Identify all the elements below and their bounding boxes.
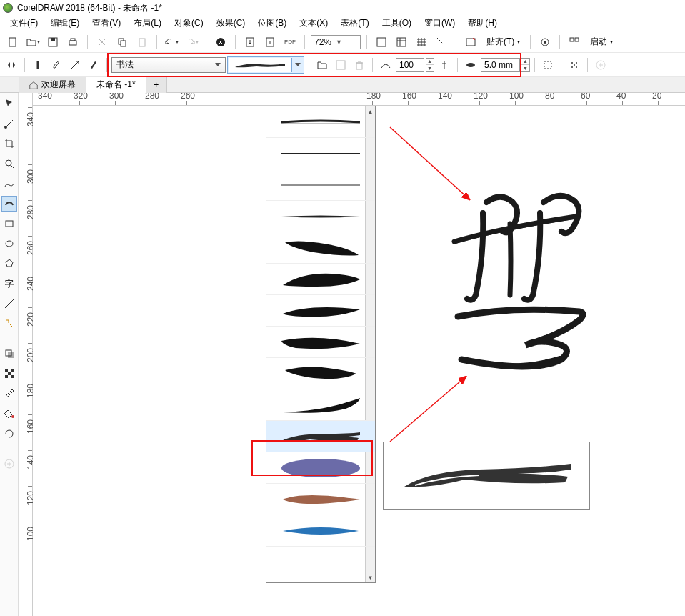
tab-welcome[interactable]: 欢迎屏幕 xyxy=(19,77,86,93)
copy-icon[interactable] xyxy=(114,34,131,51)
menu-window[interactable]: 窗口(W) xyxy=(419,16,461,31)
svg-point-29 xyxy=(6,160,11,166)
menu-text[interactable]: 文本(X) xyxy=(294,16,334,31)
zoom-combo[interactable]: 72%▼ xyxy=(311,35,361,49)
crop-tool-icon[interactable] xyxy=(1,136,17,151)
pick-tool-icon[interactable] xyxy=(1,96,17,111)
menu-object[interactable]: 对象(C) xyxy=(169,16,209,31)
polygon-tool-icon[interactable] xyxy=(1,256,17,272)
window-title: CorelDRAW 2018 (64-Bit) - 未命名 -1* xyxy=(17,2,162,14)
svg-rect-6 xyxy=(121,41,126,46)
menu-help[interactable]: 帮助(H) xyxy=(462,16,503,31)
brush-item[interactable] xyxy=(266,358,375,389)
connector-tool-icon[interactable] xyxy=(1,316,17,332)
search-content-icon[interactable] xyxy=(212,34,229,51)
quick-customize-icon[interactable] xyxy=(1,456,17,472)
brush-item[interactable] xyxy=(266,484,375,515)
scale-stroke-icon[interactable] xyxy=(566,56,583,74)
smoothing-input[interactable]: 100 xyxy=(396,58,424,72)
fill-tool-icon[interactable] xyxy=(1,406,17,422)
show-grid-icon[interactable] xyxy=(413,34,430,51)
shape-tool-icon[interactable] xyxy=(1,116,17,131)
smoothing-slider-icon[interactable] xyxy=(436,56,453,74)
brush-item[interactable] xyxy=(266,169,375,201)
bounding-box-icon[interactable] xyxy=(539,56,556,74)
sprayer-icon[interactable] xyxy=(66,56,84,74)
rectangle-tool-icon[interactable] xyxy=(1,216,17,232)
browse-icon[interactable] xyxy=(314,56,331,74)
smoothing-icon[interactable] xyxy=(377,56,394,74)
drawing-canvas[interactable]: ▲▼ xyxy=(33,106,685,616)
brush-item[interactable] xyxy=(266,232,375,264)
print-icon[interactable] xyxy=(64,34,81,51)
publish-pdf-icon[interactable]: PDF xyxy=(281,34,299,51)
tab-document[interactable]: 未命名 -1* xyxy=(86,77,146,93)
parallel-dim-tool-icon[interactable] xyxy=(1,296,17,312)
svg-point-25 xyxy=(576,66,577,68)
brush-item[interactable] xyxy=(266,201,375,232)
svg-rect-19 xyxy=(356,63,362,69)
transparency-tool-icon[interactable] xyxy=(1,366,17,382)
annotation-arrow-2 xyxy=(383,370,476,449)
menu-table[interactable]: 表格(T) xyxy=(335,16,374,31)
stroke-width-input[interactable]: 5.0 mm xyxy=(481,58,520,72)
toolbox: 字 xyxy=(0,93,19,616)
smoothing-spinner[interactable]: ▲▼ xyxy=(426,58,434,72)
smart-fill-tool-icon[interactable] xyxy=(1,426,17,442)
menu-tools[interactable]: 工具(O) xyxy=(376,16,417,31)
menu-layout[interactable]: 布局(L) xyxy=(128,16,167,31)
save-brush-icon xyxy=(332,56,349,74)
export-icon[interactable] xyxy=(261,34,279,51)
brush-icon[interactable] xyxy=(48,56,65,74)
horizontal-ruler: 34032030028026018016014012010080604020 xyxy=(33,93,685,106)
brush-item[interactable] xyxy=(266,515,375,547)
artistic-media-tool-icon[interactable] xyxy=(1,196,17,212)
brush-item[interactable] xyxy=(266,264,375,295)
menu-bitmap[interactable]: 位图(B) xyxy=(252,16,292,31)
width-icon[interactable] xyxy=(462,56,479,74)
svg-rect-21 xyxy=(544,61,551,69)
zoom-tool-icon[interactable] xyxy=(1,156,17,172)
brush-item[interactable] xyxy=(266,389,375,421)
menu-file[interactable]: 文件(F) xyxy=(4,16,44,31)
brush-item[interactable] xyxy=(266,452,375,484)
brush-item[interactable] xyxy=(266,138,375,169)
brush-stroke-combo[interactable] xyxy=(227,56,304,74)
brush-item-selected[interactable] xyxy=(266,421,375,452)
calligraphic-icon[interactable] xyxy=(85,56,102,74)
brush-item[interactable] xyxy=(266,327,375,358)
snap-to-button[interactable]: 贴齐(T)▾ xyxy=(482,34,524,51)
menu-view[interactable]: 查看(V) xyxy=(86,16,126,31)
brush-category-combo[interactable]: 书法 xyxy=(111,57,226,73)
brush-item[interactable] xyxy=(266,295,375,327)
save-icon[interactable] xyxy=(44,34,61,51)
undo-icon[interactable]: ▾ xyxy=(163,34,180,51)
options-icon[interactable] xyxy=(536,34,554,51)
text-tool-icon[interactable]: 字 xyxy=(1,276,17,292)
svg-point-23 xyxy=(576,62,577,64)
ellipse-tool-icon[interactable] xyxy=(1,236,17,252)
drop-shadow-tool-icon[interactable] xyxy=(1,346,17,362)
new-icon[interactable] xyxy=(4,34,21,51)
tab-add[interactable]: + xyxy=(146,77,167,93)
mirror-h-icon[interactable] xyxy=(3,56,20,74)
show-guides-icon[interactable] xyxy=(433,34,450,51)
brush-item[interactable] xyxy=(266,106,375,138)
eyedropper-tool-icon[interactable] xyxy=(1,386,17,402)
show-rulers-icon[interactable] xyxy=(393,34,410,51)
menu-edit[interactable]: 编辑(E) xyxy=(45,16,85,31)
freehand-tool-icon[interactable] xyxy=(1,176,17,192)
annotation-arrow-1 xyxy=(383,120,483,206)
vertical-ruler: 340300280260240220200180160140120100 xyxy=(19,93,33,616)
fullscreen-icon[interactable] xyxy=(373,34,390,51)
preview-icon[interactable] xyxy=(462,34,479,51)
svg-rect-30 xyxy=(6,221,13,227)
stroke-width-spinner[interactable]: ▲▼ xyxy=(521,58,530,72)
import-icon[interactable] xyxy=(241,34,259,51)
launch-button[interactable]: 启动▾ xyxy=(586,34,617,51)
redo-icon: ▾ xyxy=(183,34,200,51)
menu-effects[interactable]: 效果(C) xyxy=(211,16,251,31)
open-icon[interactable]: ▾ xyxy=(24,34,41,51)
app-launcher-icon[interactable] xyxy=(566,34,583,51)
preset-stroke-icon[interactable] xyxy=(29,56,46,74)
